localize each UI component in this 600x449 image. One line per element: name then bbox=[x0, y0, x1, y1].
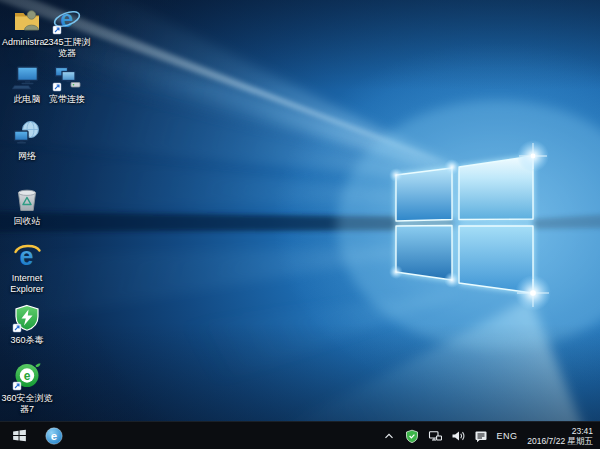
green-shield-tray-icon bbox=[405, 429, 419, 443]
icon-label: 2345王牌浏览器 bbox=[40, 37, 94, 59]
desktop-icon-2345-browser[interactable]: e 2345王牌浏览器 bbox=[40, 5, 94, 59]
computer-icon bbox=[12, 62, 42, 92]
taskbar: e bbox=[0, 421, 600, 449]
icon-label: 360杀毒 bbox=[0, 335, 54, 346]
icon-label: 回收站 bbox=[0, 216, 54, 227]
clock[interactable]: 23:41 2016/7/22 星期五 bbox=[524, 422, 596, 449]
windows-logo-icon bbox=[12, 428, 27, 443]
desktop-icon-network[interactable]: 网络 bbox=[0, 119, 54, 162]
speaker-icon bbox=[451, 429, 465, 443]
dialup-connection-icon bbox=[52, 62, 82, 92]
svg-text:e: e bbox=[51, 430, 57, 442]
hidden-icons-button[interactable] bbox=[380, 422, 398, 449]
network-tray-icon bbox=[428, 429, 442, 443]
start-button[interactable] bbox=[0, 422, 38, 449]
internet-explorer-icon: e bbox=[12, 241, 42, 271]
green-shield-lightning-icon bbox=[12, 303, 42, 333]
language-indicator[interactable]: ENG bbox=[495, 422, 520, 449]
notification-message-icon bbox=[474, 429, 488, 443]
network-tray-button[interactable] bbox=[426, 422, 444, 449]
icon-label: Internet Explorer bbox=[0, 273, 54, 295]
antivirus-tray-button[interactable] bbox=[403, 422, 421, 449]
shortcut-arrow-badge bbox=[53, 83, 61, 91]
windows-desktop: Administra... e 2345王牌浏览器 此电脑 bbox=[0, 0, 600, 449]
action-center-button[interactable] bbox=[472, 422, 490, 449]
network-globe-icon bbox=[12, 119, 42, 149]
system-tray: ENG 23:41 2016/7/22 星期五 bbox=[380, 422, 600, 449]
shortcut-arrow-badge bbox=[53, 26, 61, 34]
desktop-icon-internet-explorer[interactable]: e Internet Explorer bbox=[0, 241, 54, 295]
e-browser-taskbar-icon: e bbox=[45, 427, 63, 445]
icon-label: 宽带连接 bbox=[40, 94, 94, 105]
svg-text:e: e bbox=[24, 369, 31, 383]
green-e-browser-icon: e bbox=[12, 361, 42, 391]
desktop-icon-broadband-connection[interactable]: 宽带连接 bbox=[40, 62, 94, 105]
clock-time: 23:41 bbox=[572, 426, 593, 436]
desktop-icon-360-secure-browser[interactable]: e 360安全浏览器7 bbox=[0, 361, 54, 415]
icon-label: 360安全浏览器7 bbox=[0, 393, 54, 415]
e-browser-icon: e bbox=[52, 5, 82, 35]
clock-date: 2016/7/22 星期五 bbox=[527, 436, 593, 446]
svg-text:e: e bbox=[61, 6, 74, 32]
shortcut-arrow-badge bbox=[13, 324, 21, 332]
icon-label: 网络 bbox=[0, 151, 54, 162]
desktop-icon-recycle-bin[interactable]: 回收站 bbox=[0, 184, 54, 227]
user-folder-icon bbox=[12, 5, 42, 35]
desktop-icon-360-antivirus[interactable]: 360杀毒 bbox=[0, 303, 54, 346]
recycle-bin-icon bbox=[12, 184, 42, 214]
volume-tray-button[interactable] bbox=[449, 422, 467, 449]
shortcut-arrow-badge bbox=[13, 382, 21, 390]
taskbar-e-browser-button[interactable]: e bbox=[38, 422, 70, 449]
chevron-up-icon bbox=[382, 429, 396, 443]
